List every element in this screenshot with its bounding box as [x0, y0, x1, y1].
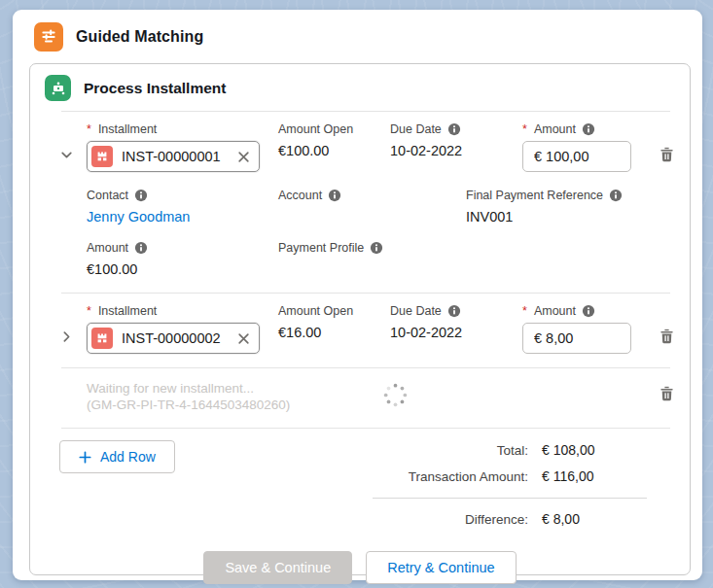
page-title: Guided Matching — [76, 28, 203, 46]
guided-matching-card: Guided Matching Process Installment — [13, 10, 702, 580]
installment-field: *Installment INST-00000001 — [87, 121, 278, 172]
delete-row-button[interactable] — [660, 147, 674, 162]
plus-icon — [79, 451, 91, 464]
panel-title: Process Installment — [84, 80, 226, 97]
amount-label: *Amount — [522, 303, 645, 318]
installment-object-icon — [91, 146, 113, 167]
contact-label: Contact — [87, 188, 278, 202]
installment-lookup-pill[interactable]: INST-00000002 — [87, 323, 260, 354]
add-row-label: Add Row — [100, 449, 156, 465]
required-asterisk: * — [87, 122, 91, 136]
total-value: € 108,00 — [528, 442, 647, 458]
chevron-right-icon[interactable] — [46, 303, 87, 354]
info-icon[interactable] — [447, 122, 461, 136]
waiting-row-actions — [660, 380, 674, 401]
due-date-value: 10-02-2022 — [390, 323, 522, 340]
amount-detail-field: Amount €100.00 — [87, 240, 278, 277]
amount-detail-label: Amount — [87, 240, 278, 255]
process-installment-panel: Process Installment *Installment — [29, 63, 691, 575]
amount-open-label: Amount Open — [278, 303, 390, 318]
info-icon[interactable] — [582, 304, 595, 318]
installment-row-2: *Installment INST-00000002 — [30, 294, 690, 367]
total-label: Total: — [373, 443, 528, 458]
payment-profile-label: Payment Profile — [278, 240, 674, 255]
account-label: Account — [278, 188, 466, 202]
installment-lookup-pill[interactable]: INST-00000001 — [87, 141, 260, 172]
delete-row-button[interactable] — [660, 386, 674, 401]
required-asterisk: * — [522, 122, 527, 136]
retry-continue-button[interactable]: Retry & Continue — [366, 551, 516, 584]
difference-value: € 8,00 — [528, 511, 647, 527]
chevron-down-icon[interactable] — [46, 121, 87, 277]
required-asterisk: * — [87, 304, 91, 318]
info-icon[interactable] — [134, 189, 148, 202]
amount-open-field: Amount Open €16.00 — [278, 303, 390, 340]
info-icon[interactable] — [370, 241, 383, 255]
installment-field: *Installment INST-00000002 — [87, 303, 278, 354]
transaction-amount-row: Transaction Amount: € 116,00 — [373, 468, 647, 484]
amount-open-field: Amount Open €100.00 — [278, 121, 390, 158]
transaction-amount-value: € 116,00 — [528, 468, 647, 484]
process-icon — [45, 75, 71, 101]
installment-value: INST-00000002 — [122, 330, 229, 346]
row-2-main-grid: *Installment INST-00000002 — [87, 303, 674, 354]
waiting-line-1: Waiting for new installment... — [87, 380, 369, 397]
guided-matching-sliders-icon — [34, 22, 63, 52]
contact-field: Contact Jenny Goodman — [87, 188, 278, 225]
clear-icon[interactable] — [237, 151, 250, 163]
loading-spinner-icon — [382, 382, 409, 412]
amount-open-value: €100.00 — [278, 141, 390, 158]
trash-icon — [660, 147, 674, 162]
save-continue-button[interactable]: Save & Continue — [203, 551, 352, 584]
final-payment-reference-field: Final Payment Reference INV001 — [466, 188, 674, 225]
clear-icon[interactable] — [237, 332, 250, 345]
difference-row: Difference: € 8,00 — [373, 511, 647, 527]
add-row-button[interactable]: Add Row — [59, 440, 175, 473]
amount-input[interactable] — [522, 141, 631, 172]
amount-open-label: Amount Open — [278, 121, 390, 136]
payment-profile-field: Payment Profile — [278, 240, 674, 277]
row-2-fields: *Installment INST-00000002 — [87, 303, 674, 354]
due-date-label: Due Date — [390, 121, 522, 136]
amount-field: *Amount — [522, 121, 645, 172]
row-1-fields: *Installment INST-00000001 — [87, 121, 674, 277]
delete-row-button[interactable] — [660, 329, 674, 344]
info-icon[interactable] — [328, 189, 341, 202]
row-1-detail-grid: Contact Jenny Goodman Account — [87, 188, 674, 225]
info-icon[interactable] — [134, 241, 148, 255]
required-asterisk: * — [522, 304, 527, 318]
difference-label: Difference: — [373, 512, 528, 527]
amount-open-value: €16.00 — [278, 323, 390, 340]
installment-value: INST-00000001 — [122, 149, 229, 164]
installment-row-1: *Installment INST-00000001 — [30, 112, 690, 293]
installment-label: *Installment — [87, 303, 278, 318]
amount-input[interactable] — [522, 323, 631, 354]
total-row: Total: € 108,00 — [373, 442, 647, 458]
totals-divider — [373, 498, 647, 499]
info-icon[interactable] — [582, 122, 595, 136]
panel-header: Process Installment — [30, 64, 690, 111]
info-icon[interactable] — [447, 304, 461, 318]
installment-label: *Installment — [87, 121, 278, 136]
due-date-field: Due Date 10-02-2022 — [390, 121, 522, 158]
payment-profile-value — [278, 259, 674, 261]
final-payment-reference-label: Final Payment Reference — [466, 188, 674, 202]
row-1-actions — [645, 121, 674, 162]
row-1-main-grid: *Installment INST-00000001 — [87, 121, 674, 172]
info-icon[interactable] — [609, 189, 623, 202]
account-value — [278, 207, 466, 209]
transaction-amount-label: Transaction Amount: — [373, 469, 528, 484]
installment-object-icon — [91, 328, 113, 349]
app-header: Guided Matching — [13, 10, 702, 60]
action-bar: Save & Continue Retry & Continue — [30, 551, 690, 584]
waiting-row: Waiting for new installment... (GM-GR-PI… — [30, 368, 690, 428]
amount-detail-value: €100.00 — [87, 259, 278, 277]
contact-link[interactable]: Jenny Goodman — [87, 207, 278, 225]
due-date-value: 10-02-2022 — [390, 141, 522, 158]
trash-icon — [660, 329, 674, 344]
account-field: Account — [278, 188, 466, 225]
waiting-text: Waiting for new installment... (GM-GR-PI… — [87, 380, 369, 413]
amount-label: *Amount — [522, 121, 645, 136]
row-1-detail-grid-2: Amount €100.00 Payment Profile — [87, 240, 674, 277]
row-2-actions — [645, 303, 674, 344]
